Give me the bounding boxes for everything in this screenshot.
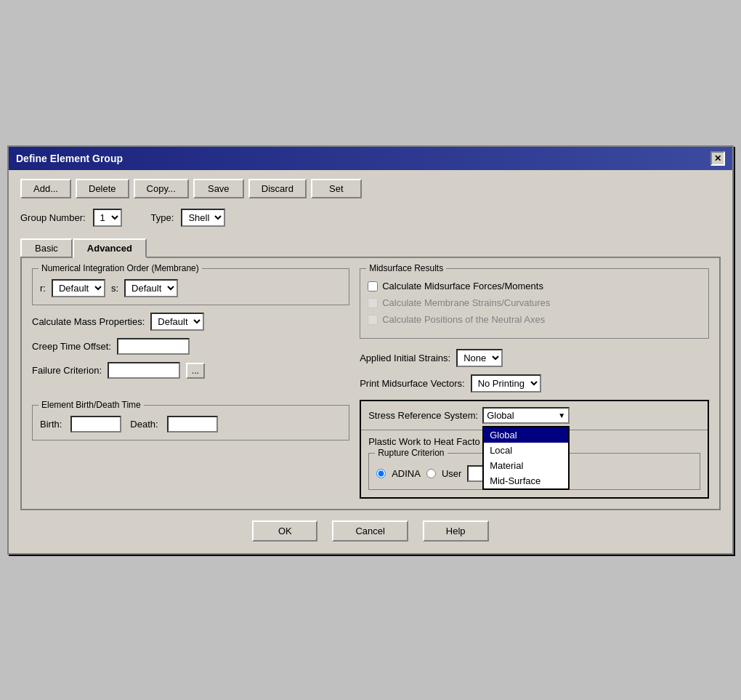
copy-button[interactable]: Copy... (134, 179, 189, 198)
birth-death-title: Element Birth/Death Time (39, 400, 144, 410)
plastic-label: Plastic Work to Heat Facto (368, 436, 480, 447)
dialog-body: Add... Delete Copy... Save Discard Set G… (9, 170, 732, 553)
tab-content-advanced: Numerical Integration Order (Membrane) r… (20, 257, 721, 510)
failure-row: Failure Criterion: 0 ... (32, 362, 349, 379)
calc-neutral-label: Calculate Positions of the Neutral Axes (382, 314, 545, 325)
mass-label: Calculate Mass Properties: (32, 316, 145, 327)
integration-title: Numerical Integration Order (Membrane) (39, 263, 202, 273)
print-vectors-select[interactable]: No Printing (471, 374, 541, 393)
add-button[interactable]: Add... (20, 179, 71, 198)
help-button[interactable]: Help (423, 520, 489, 542)
stress-ref-label: Stress Reference System: (368, 410, 478, 421)
two-col-layout: Numerical Integration Order (Membrane) r… (32, 268, 709, 499)
death-input[interactable]: 0 (167, 416, 218, 433)
calc-forces-checkbox[interactable] (368, 281, 378, 291)
close-button[interactable]: ✕ (710, 151, 725, 166)
stress-option-local[interactable]: Local (484, 443, 568, 458)
midsurface-title: Midsurface Results (366, 263, 446, 273)
s-label: s: (111, 283, 118, 294)
stress-option-material[interactable]: Material (484, 458, 568, 473)
type-label: Type: (151, 212, 174, 223)
r-select[interactable]: Default (52, 279, 105, 297)
title-bar: Define Element Group ✕ (9, 147, 732, 170)
calc-neutral-checkbox[interactable] (368, 315, 378, 325)
death-label: Death: (130, 419, 158, 430)
failure-ellipsis-button[interactable]: ... (186, 363, 205, 379)
stress-option-mid-surface[interactable]: Mid-Surface (484, 473, 568, 488)
discard-button[interactable]: Discard (248, 179, 307, 198)
failure-input[interactable]: 0 (108, 362, 180, 379)
cancel-button[interactable]: Cancel (332, 520, 408, 542)
r-label: r: (40, 283, 46, 294)
creep-input[interactable]: 0 (117, 338, 190, 355)
calc-membrane-row: Calculate Membrane Strains/Curvatures (368, 297, 701, 308)
stress-option-global[interactable]: Global (484, 427, 568, 443)
group-number-select[interactable]: 1 (93, 209, 122, 227)
calc-forces-row: Calculate Midsurface Forces/Moments (368, 281, 701, 291)
dialog-title: Define Element Group (16, 153, 123, 164)
rupture-user-radio[interactable] (426, 469, 436, 478)
birth-row: Birth: 0 Death: 0 (40, 416, 341, 433)
mass-select[interactable]: Default (150, 313, 204, 331)
set-button[interactable]: Set (311, 179, 362, 198)
left-column: Numerical Integration Order (Membrane) r… (32, 268, 349, 499)
delete-button[interactable]: Delete (76, 179, 129, 198)
birth-death-box: Element Birth/Death Time Birth: 0 Death:… (32, 405, 349, 440)
print-vectors-row: Print Midsurface Vectors: No Printing (360, 374, 709, 393)
s-select[interactable]: Default (124, 279, 178, 297)
ok-button[interactable]: OK (252, 520, 317, 542)
stress-header: Stress Reference System: Global ▼ Global… (361, 401, 708, 430)
right-column: Midsurface Results Calculate Midsurface … (360, 268, 709, 499)
stress-ref-value: Global (487, 410, 554, 421)
stress-ref-dropdown-arrow[interactable]: ▼ (558, 411, 565, 419)
rupture-adina-label: ADINA (392, 468, 421, 479)
tabs: Basic Advanced (20, 237, 721, 257)
group-number-label: Group Number: (20, 212, 86, 223)
creep-label: Creep Time Offset: (32, 341, 111, 352)
calc-membrane-checkbox[interactable] (368, 298, 378, 308)
integration-group-box: Numerical Integration Order (Membrane) r… (32, 268, 349, 305)
define-element-group-dialog: Define Element Group ✕ Add... Delete Cop… (7, 145, 734, 555)
tab-advanced[interactable]: Advanced (73, 238, 147, 258)
group-type-row: Group Number: 1 Type: Shell (20, 209, 721, 227)
rupture-user-label: User (442, 468, 461, 479)
failure-label: Failure Criterion: (32, 365, 102, 376)
midsurface-group-box: Midsurface Results Calculate Midsurface … (360, 268, 709, 339)
rupture-title: Rupture Criterion (375, 448, 447, 458)
birth-label: Birth: (40, 419, 62, 430)
calc-neutral-row: Calculate Positions of the Neutral Axes (368, 314, 701, 325)
calc-forces-label: Calculate Midsurface Forces/Moments (382, 281, 543, 291)
type-select[interactable]: Shell (181, 209, 225, 227)
applied-strains-label: Applied Initial Strains: (360, 353, 450, 363)
integration-row: r: Default s: Default (40, 279, 341, 297)
calc-membrane-label: Calculate Membrane Strains/Curvatures (382, 297, 550, 308)
creep-row: Creep Time Offset: 0 (32, 338, 349, 355)
mass-row: Calculate Mass Properties: Default (32, 313, 349, 331)
stress-dropdown-list: Global Local Material Mid-Surface (482, 426, 570, 490)
bottom-buttons: OK Cancel Help (20, 520, 721, 542)
save-button[interactable]: Save (193, 179, 244, 198)
rupture-adina-radio[interactable] (376, 469, 386, 478)
applied-strains-select[interactable]: None (456, 349, 503, 367)
print-vectors-label: Print Midsurface Vectors: (360, 378, 465, 389)
applied-strains-row: Applied Initial Strains: None (360, 349, 709, 367)
tab-basic[interactable]: Basic (20, 238, 73, 258)
birth-input[interactable]: 0 (70, 416, 121, 433)
toolbar: Add... Delete Copy... Save Discard Set (20, 179, 721, 198)
stress-section: Stress Reference System: Global ▼ Global… (360, 400, 709, 499)
stress-ref-select[interactable]: Global ▼ (482, 407, 570, 424)
